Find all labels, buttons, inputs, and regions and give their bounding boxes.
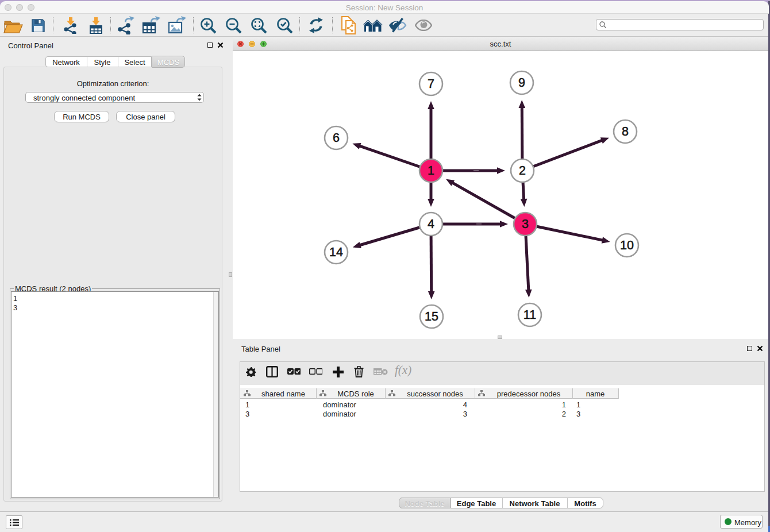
svg-text:10: 10 — [620, 238, 634, 252]
svg-text:7: 7 — [428, 77, 434, 91]
svg-text:11: 11 — [523, 308, 536, 322]
svg-text:2: 2 — [519, 164, 526, 178]
svg-text:3: 3 — [522, 217, 529, 231]
svg-text:1: 1 — [428, 164, 434, 178]
svg-text:14: 14 — [329, 245, 343, 259]
svg-text:8: 8 — [622, 125, 629, 138]
svg-text:6: 6 — [333, 131, 340, 145]
svg-text:15: 15 — [425, 310, 438, 323]
svg-text:9: 9 — [518, 76, 525, 90]
svg-text:4: 4 — [428, 217, 434, 231]
